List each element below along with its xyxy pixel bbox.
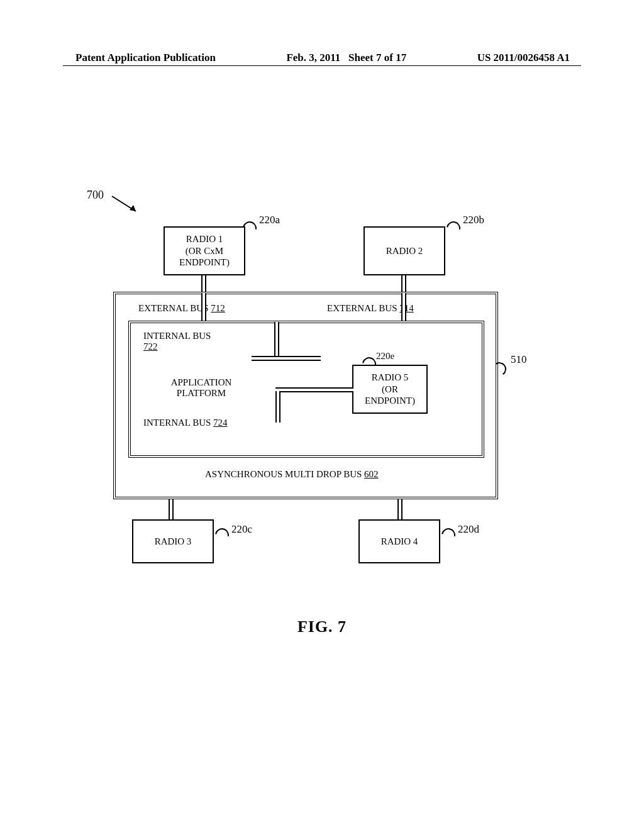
radio-5-line1: RADIO 5 — [372, 372, 409, 384]
leader-220c-icon — [213, 526, 232, 545]
radio-2-text: RADIO 2 — [386, 245, 423, 257]
radio-4-box: RADIO 4 — [358, 519, 440, 563]
conn-radio2-inner — [401, 293, 406, 323]
application-platform-label: APPLICATION PLATFORM — [157, 377, 245, 399]
conn-radio4-down — [397, 499, 402, 521]
ref-220c-label: 220c — [231, 523, 252, 536]
radio-1-box: RADIO 1 (OR CxM ENDPOINT) — [164, 226, 245, 275]
conn-inner-h1 — [252, 356, 321, 361]
internal-bus-724-label: INTERNAL BUS 724 — [143, 418, 228, 428]
radio-5-box: RADIO 5 (OR ENDPOINT) — [352, 365, 428, 414]
header-sheet: Sheet 7 of 17 — [348, 52, 406, 64]
conn-inner-v1 — [274, 322, 279, 357]
ext-bus-712-text: EXTERNAL BUS — [138, 303, 211, 313]
page-header: Patent Application Publication Feb. 3, 2… — [0, 52, 644, 64]
radio-1-line3: ENDPOINT) — [179, 257, 230, 268]
ref-220a-label: 220a — [259, 214, 280, 226]
ref-700-label: 700 — [87, 189, 104, 202]
ref-220e-label: 220e — [376, 351, 394, 362]
radio-3-box: RADIO 3 — [132, 519, 214, 563]
int-bus-722-text: INTERNAL BUS — [143, 331, 211, 341]
ref-510-label: 510 — [511, 353, 527, 366]
app-platform-l2: PLATFORM — [157, 388, 245, 399]
header-date: Feb. 3, 2011 — [286, 52, 340, 64]
internal-bus-722-label: INTERNAL BUS 722 — [143, 331, 211, 352]
figure-caption: FIG. 7 — [0, 617, 644, 636]
conn-to-radio5 — [275, 387, 353, 392]
ext-bus-714-text: EXTERNAL BUS — [327, 303, 399, 313]
async-bus-num: 602 — [364, 469, 379, 479]
async-bus-text: ASYNCHRONOUS MULTI DROP BUS — [205, 469, 364, 479]
leader-220d-icon — [439, 526, 458, 545]
async-bus-label: ASYNCHRONOUS MULTI DROP BUS 602 — [205, 469, 379, 480]
ref-700-arrow-icon — [111, 195, 142, 216]
header-right: US 2011/0026458 A1 — [477, 52, 570, 64]
radio-1-line2: (OR CxM — [186, 245, 223, 257]
ref-220d-label: 220d — [458, 523, 479, 536]
radio-5-line3: ENDPOINT) — [365, 395, 415, 407]
app-platform-l1: APPLICATION — [157, 377, 245, 388]
ext-bus-712-num: 712 — [211, 303, 225, 313]
radio-1-line1: RADIO 1 — [186, 233, 223, 245]
header-rule — [63, 65, 581, 66]
conn-inner-v2 — [275, 391, 280, 423]
int-bus-722-num: 722 — [143, 341, 158, 351]
diagram-700: 700 220a 220b RADIO 1 (OR CxM ENDPOINT) … — [75, 189, 569, 591]
conn-radio3-down — [169, 499, 174, 521]
leader-220b-icon — [444, 219, 464, 238]
header-middle: Feb. 3, 2011 Sheet 7 of 17 — [286, 52, 406, 64]
radio-3-text: RADIO 3 — [155, 536, 192, 548]
int-bus-724-num: 724 — [213, 418, 228, 428]
radio-5-line2: (OR — [382, 384, 398, 396]
external-bus-712-label: EXTERNAL BUS 712 — [138, 303, 225, 314]
int-bus-724-text: INTERNAL BUS — [143, 418, 213, 428]
radio-2-box: RADIO 2 — [364, 226, 445, 275]
radio-4-text: RADIO 4 — [381, 536, 418, 548]
ref-220b-label: 220b — [463, 214, 484, 226]
header-left: Patent Application Publication — [75, 52, 216, 64]
conn-radio1-inner — [201, 293, 206, 323]
